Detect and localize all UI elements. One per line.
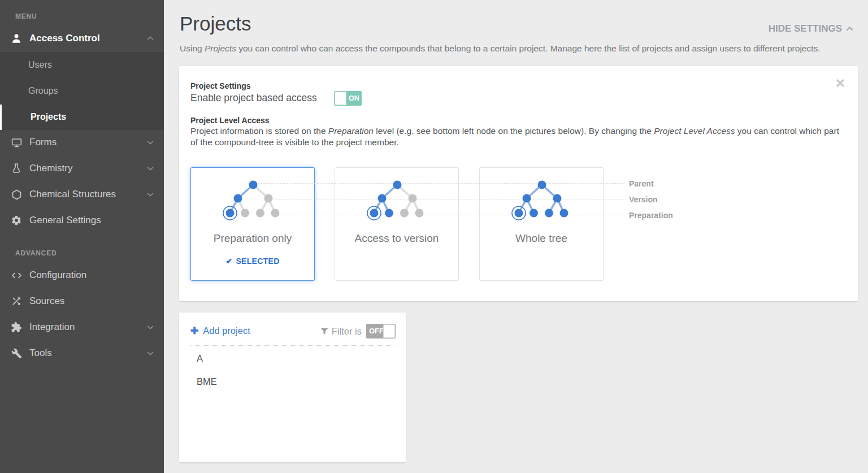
chevron-down-icon [147,192,154,197]
option-card-whole-tree[interactable]: Whole tree [479,167,604,281]
page-subtitle: Using Projects you can control who can a… [180,44,821,54]
sidebar-item-chemical-structures[interactable]: Chemical Structures [0,181,164,207]
sidebar-item-chemistry[interactable]: Chemistry [0,155,164,181]
sidebar-item-sources[interactable]: Sources [0,288,164,314]
sidebar-item-forms[interactable]: Forms [0,129,164,155]
add-project-button[interactable]: ✚ Add project [190,325,250,337]
toggle-knob [335,92,346,105]
level-label-preparation: Preparation [629,211,673,220]
active-item-indicator [0,105,2,130]
person-icon [10,32,23,45]
chevron-down-icon [147,166,154,171]
sidebar-item-access-control[interactable]: Access Control [0,27,164,50]
project-settings-title: Project Settings [190,81,251,90]
option-label: Access to version [335,232,458,245]
tree-diagram [191,168,315,231]
hide-settings-label: HIDE SETTINGS [769,23,842,34]
sidebar-item-projects[interactable]: Projects [0,104,164,130]
level-label-parent: Parent [629,179,654,188]
sidebar-item-integration[interactable]: Integration [0,314,164,340]
projects-list-panel: ✚ Add project Filter is OFF A BME [179,313,406,462]
flask-icon [10,162,23,175]
app-window: MENU Access Control Users Groups Project… [0,0,868,473]
filter-toggle[interactable]: OFF [366,324,396,339]
filter-label: Filter is [320,326,362,337]
monitor-icon [10,136,23,149]
sidebar-item-tools[interactable]: Tools [0,340,164,366]
hexagon-icon [10,188,23,201]
sidebar: MENU Access Control Users Groups Project… [0,0,164,473]
sidebar-item-label: Access Control [29,33,100,44]
chevron-down-icon [147,325,154,329]
project-settings-panel: Project Settings Enable project based ac… [179,66,858,301]
check-icon: ✔ [225,257,232,266]
option-card-preparation-only[interactable]: Preparation only ✔SELECTED [190,167,315,281]
plus-icon: ✚ [190,325,198,337]
advanced-section-label: ADVANCED [15,249,57,257]
tree-diagram [480,168,604,231]
main-content: Projects Using Projects you can control … [164,0,868,473]
sidebar-item-users[interactable]: Users [0,52,164,78]
hide-settings-button[interactable]: HIDE SETTINGS [769,23,853,34]
chevron-up-icon [846,27,853,31]
page-title: Projects [180,12,251,35]
wrench-icon [10,347,23,359]
filter-control: Filter is OFF [320,324,396,339]
project-level-access-description: Project information is stored on the Pre… [190,125,849,147]
sidebar-item-groups[interactable]: Groups [0,78,164,104]
toggle-state-label: ON [346,91,362,106]
funnel-icon [320,328,328,335]
enable-project-access-toggle[interactable]: ON [334,91,362,106]
project-level-access-title: Project Level Access [190,116,270,125]
chevron-down-icon [147,351,154,355]
puzzle-icon [10,321,23,333]
option-label: Whole tree [480,232,603,245]
close-icon[interactable] [836,79,846,89]
option-label: Preparation only [191,232,314,245]
gear-icon [10,214,23,227]
sidebar-item-general-settings[interactable]: General Settings [0,207,164,233]
selected-badge: ✔SELECTED [191,257,314,266]
sidebar-item-configuration[interactable]: Configuration [0,262,164,288]
list-separator [190,345,394,346]
code-icon [10,269,23,281]
shuffle-icon [10,295,23,307]
level-label-version: Version [629,195,658,204]
option-card-access-to-version[interactable]: Access to version [335,167,459,281]
enable-project-access-label: Enable project based access [190,92,317,104]
chevron-up-icon [147,36,154,41]
tree-diagram [335,168,459,231]
toggle-knob [383,324,395,338]
chevron-down-icon [147,140,154,145]
project-list-item[interactable]: BME [179,370,406,393]
add-project-label: Add project [203,326,250,336]
project-list-item[interactable]: A [179,347,406,370]
menu-section-label: MENU [15,12,37,20]
